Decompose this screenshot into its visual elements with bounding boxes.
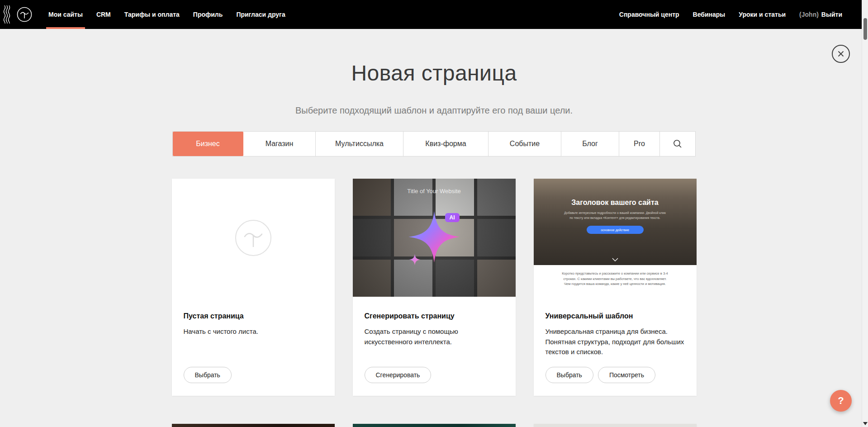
choose-blank-button[interactable]: Выбрать	[184, 367, 232, 383]
card-title: Универсальный шаблон	[545, 312, 685, 320]
nav-crm[interactable]: CRM	[90, 0, 118, 29]
page-title: Новая страница	[0, 61, 868, 85]
tab-event[interactable]: Событие	[489, 132, 561, 156]
tilda-watermark-icon	[234, 219, 272, 257]
card-description: Создать страницу с помощью искусственног…	[365, 327, 504, 347]
card-actions: Сгенерировать	[365, 367, 504, 383]
ai-template-preview[interactable]: Title of Your Website	[353, 179, 516, 297]
top-navbar: Мои сайты CRM Тарифы и оплата Профиль Пр…	[0, 0, 862, 29]
card-body: Пустая страница Начать с чистого листа. …	[172, 297, 335, 396]
scroll-down-arrow[interactable]	[863, 422, 868, 425]
new-page-dialog: Новая страница Выберите подходящий шабло…	[0, 0, 868, 427]
template-preview-image	[353, 424, 516, 427]
help-button[interactable]: ?	[830, 390, 852, 412]
card-title: Сгенерировать страницу	[365, 312, 504, 320]
scrollbar-thumb[interactable]	[863, 18, 867, 40]
ai-badge: AI	[445, 213, 460, 222]
page-subtitle: Выберите подходящий шаблон и адаптируйте…	[0, 105, 868, 116]
ai-sparkle-small-icon	[409, 254, 421, 266]
card-title: Пустая страница	[184, 312, 323, 320]
nav-help-center[interactable]: Справочный центр	[612, 0, 686, 29]
navbar-right-menu: Справочный центр Вебинары Уроки и статьи…	[612, 0, 862, 29]
nav-my-sites[interactable]: Мои сайты	[42, 0, 90, 29]
user-name: (John)	[799, 11, 819, 18]
nav-logout[interactable]: (John) Выйти	[792, 0, 849, 29]
scrollbar[interactable]	[862, 0, 868, 427]
navbar-spacer	[292, 0, 612, 29]
close-icon	[837, 50, 844, 57]
nav-webinars[interactable]: Вебинары	[686, 0, 732, 29]
view-universal-button[interactable]: Посмотреть	[598, 367, 655, 383]
preview-hero-subtitle: Добавьте интересные подробности о вашей …	[563, 210, 667, 220]
template-preview-image	[172, 424, 335, 427]
logout-label: Выйти	[821, 11, 842, 18]
template-card-ai-generate: Title of Your Website	[353, 179, 516, 396]
template-card-partial-1[interactable]	[172, 424, 335, 427]
card-description: Универсальная страница для бизнеса. Поня…	[545, 327, 685, 357]
nav-invite-friend[interactable]: Пригласи друга	[229, 0, 292, 29]
tab-search[interactable]	[660, 132, 695, 156]
template-card-universal: Заголовок вашего сайта Добавьте интересн…	[534, 179, 697, 396]
zigzag-handle-icon[interactable]	[0, 0, 14, 29]
template-card-blank: Пустая страница Начать с чистого листа. …	[172, 179, 335, 396]
preview-hero-button: основное действие	[587, 226, 644, 234]
generate-button[interactable]: Сгенерировать	[365, 367, 432, 383]
template-cards-row: Пустая страница Начать с чистого листа. …	[172, 179, 697, 396]
card-actions: Выбрать	[184, 367, 323, 383]
nav-profile[interactable]: Профиль	[186, 0, 230, 29]
preview-hero: Заголовок вашего сайта Добавьте интересн…	[534, 179, 697, 265]
choose-universal-button[interactable]: Выбрать	[545, 367, 593, 383]
card-body: Универсальный шаблон Универсальная стран…	[534, 297, 697, 396]
universal-template-preview[interactable]: Заголовок вашего сайта Добавьте интересн…	[534, 179, 697, 297]
template-card-partial-2[interactable]	[353, 424, 516, 427]
template-category-tabs: Бизнес Магазин Мультиссылка Квиз-форма С…	[172, 131, 696, 157]
close-button[interactable]	[832, 45, 850, 63]
card-description: Начать с чистого листа.	[184, 327, 323, 337]
card-actions: Выбрать Посмотреть	[545, 367, 685, 383]
template-cards-row-2	[172, 424, 697, 427]
navbar-left-menu: Мои сайты CRM Тарифы и оплата Профиль Пр…	[42, 0, 292, 29]
card-body: Сгенерировать страницу Создать страницу …	[353, 297, 516, 396]
tab-pro[interactable]: Pro	[619, 132, 660, 156]
nav-tariffs[interactable]: Тарифы и оплата	[118, 0, 186, 29]
chevron-down-icon	[612, 258, 618, 261]
preview-site-title: Title of Your Website	[353, 188, 516, 195]
preview-hero-title: Заголовок вашего сайта	[571, 199, 658, 207]
preview-body-text: Коротко представьтесь и расскажите о ком…	[561, 271, 669, 297]
template-preview-image	[534, 424, 697, 427]
tilda-logo-icon[interactable]	[14, 0, 35, 29]
tab-quiz-form[interactable]: Квиз-форма	[403, 132, 489, 156]
template-card-partial-3[interactable]	[534, 424, 697, 427]
blank-template-preview[interactable]	[172, 179, 335, 297]
search-icon	[673, 139, 683, 149]
tab-shop[interactable]: Магазин	[243, 132, 316, 156]
tab-business[interactable]: Бизнес	[173, 132, 243, 156]
tab-blog[interactable]: Блог	[561, 132, 619, 156]
tab-multilink[interactable]: Мультиссылка	[316, 132, 403, 156]
preview-body: Коротко представьтесь и расскажите о ком…	[534, 265, 697, 297]
nav-lessons[interactable]: Уроки и статьи	[732, 0, 792, 29]
